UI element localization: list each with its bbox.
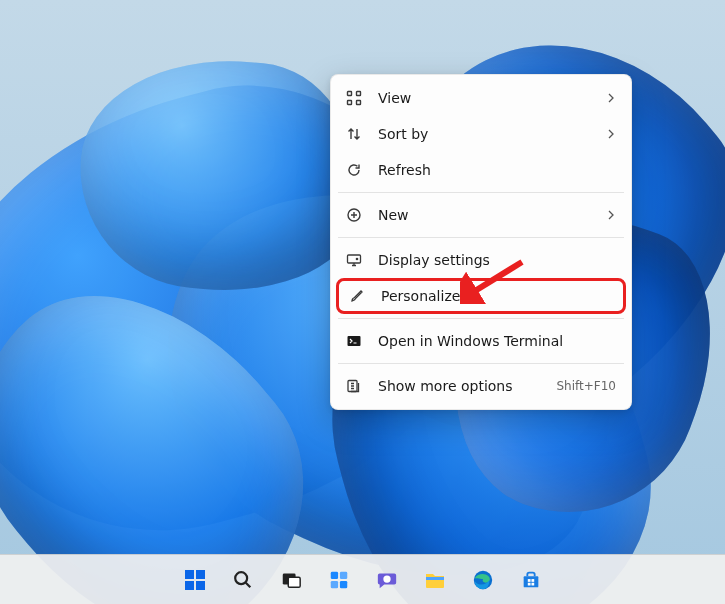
taskbar — [0, 554, 725, 604]
svg-point-14 — [235, 572, 247, 584]
svg-rect-5 — [348, 255, 361, 263]
svg-rect-13 — [196, 581, 205, 590]
chevron-right-icon — [606, 129, 616, 139]
grid-icon — [344, 88, 364, 108]
display-settings-icon — [344, 250, 364, 270]
task-view-button[interactable] — [270, 559, 312, 601]
widgets-icon — [326, 567, 352, 593]
svg-rect-1 — [357, 92, 361, 96]
menu-item-open-terminal[interactable]: Open in Windows Terminal — [336, 323, 626, 359]
microsoft-store-button[interactable] — [510, 559, 552, 601]
menu-separator — [338, 237, 624, 238]
menu-item-label: Open in Windows Terminal — [378, 333, 616, 349]
sort-icon — [344, 124, 364, 144]
svg-rect-19 — [330, 580, 337, 587]
menu-separator — [338, 363, 624, 364]
svg-rect-18 — [339, 571, 346, 578]
menu-item-label: Personalize — [381, 288, 613, 304]
menu-item-sort-by[interactable]: Sort by — [336, 116, 626, 152]
menu-separator — [338, 192, 624, 193]
chat-icon — [374, 567, 400, 593]
menu-item-display-settings[interactable]: Display settings — [336, 242, 626, 278]
menu-item-label: Show more options — [378, 378, 556, 394]
menu-item-show-more-options[interactable]: Show more options Shift+F10 — [336, 368, 626, 404]
personalize-icon — [347, 286, 367, 306]
svg-rect-17 — [330, 571, 337, 578]
desktop-context-menu: View Sort by — [330, 74, 632, 410]
svg-rect-16 — [288, 577, 300, 587]
edge-button[interactable] — [462, 559, 504, 601]
file-explorer-button[interactable] — [414, 559, 456, 601]
chevron-right-icon — [606, 210, 616, 220]
menu-item-label: Display settings — [378, 252, 616, 268]
file-explorer-icon — [422, 567, 448, 593]
svg-point-6 — [356, 258, 359, 261]
menu-item-label: Sort by — [378, 126, 606, 142]
menu-item-label: Refresh — [378, 162, 616, 178]
svg-rect-7 — [348, 336, 361, 346]
store-icon — [518, 567, 544, 593]
menu-item-label: New — [378, 207, 606, 223]
more-options-icon — [344, 376, 364, 396]
svg-rect-2 — [348, 101, 352, 105]
menu-item-refresh[interactable]: Refresh — [336, 152, 626, 188]
start-button[interactable] — [174, 559, 216, 601]
svg-rect-10 — [185, 570, 194, 579]
svg-rect-27 — [531, 582, 534, 585]
svg-point-21 — [383, 575, 390, 582]
chevron-right-icon — [606, 93, 616, 103]
svg-rect-20 — [339, 580, 346, 587]
svg-rect-24 — [527, 579, 530, 582]
new-icon — [344, 205, 364, 225]
svg-rect-26 — [527, 582, 530, 585]
desktop[interactable]: View Sort by — [0, 0, 725, 604]
svg-rect-3 — [357, 101, 361, 105]
menu-item-view[interactable]: View — [336, 80, 626, 116]
refresh-icon — [344, 160, 364, 180]
windows-logo-icon — [182, 567, 208, 593]
edge-icon — [470, 567, 496, 593]
search-button[interactable] — [222, 559, 264, 601]
terminal-icon — [344, 331, 364, 351]
svg-rect-0 — [348, 92, 352, 96]
chat-button[interactable] — [366, 559, 408, 601]
svg-rect-12 — [185, 581, 194, 590]
widgets-button[interactable] — [318, 559, 360, 601]
task-view-icon — [278, 567, 304, 593]
menu-separator — [338, 318, 624, 319]
svg-rect-11 — [196, 570, 205, 579]
svg-rect-25 — [531, 579, 534, 582]
svg-rect-22 — [426, 577, 444, 580]
menu-item-personalize[interactable]: Personalize — [336, 278, 626, 314]
menu-item-new[interactable]: New — [336, 197, 626, 233]
search-icon — [230, 567, 256, 593]
menu-item-label: View — [378, 90, 606, 106]
menu-item-shortcut: Shift+F10 — [556, 379, 616, 393]
